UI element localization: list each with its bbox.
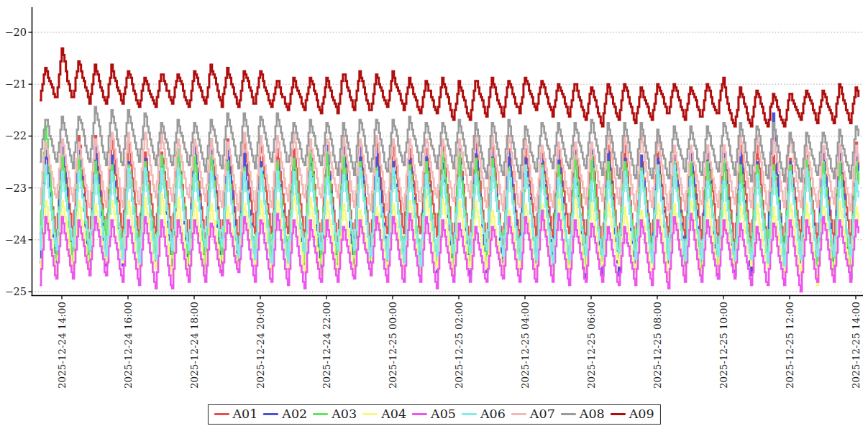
legend-swatch-A01 — [214, 413, 229, 416]
legend-item-A04: A04 — [357, 407, 406, 422]
legend-swatch-A02 — [263, 413, 278, 416]
legend-item-A03: A03 — [307, 407, 357, 422]
legend-item-A06: A06 — [456, 407, 506, 422]
legend-swatch-A09 — [611, 413, 626, 416]
y-tick-label: −24 — [4, 234, 27, 246]
legend-swatch-A06 — [462, 413, 477, 416]
x-axis: 2025-12-24 14:002025-12-24 16:002025-12-… — [56, 296, 862, 389]
legend-label: A08 — [580, 407, 605, 422]
legend-item-A07: A07 — [506, 407, 555, 422]
legend-item-A01: A01 — [214, 407, 257, 422]
x-tick-label: 2025-12-25 02:00 — [453, 302, 465, 389]
x-tick-label: 2025-12-25 00:00 — [387, 302, 398, 389]
legend-swatch-A07 — [511, 413, 526, 416]
series-group — [40, 49, 859, 292]
legend-item-A02: A02 — [257, 407, 307, 422]
y-tick-label: −25 — [4, 286, 27, 297]
x-tick-label: 2025-12-24 18:00 — [188, 302, 200, 389]
y-tick-label: −21 — [4, 78, 27, 90]
legend-item-A08: A08 — [555, 407, 605, 422]
legend-swatch-A08 — [561, 413, 576, 416]
legend-swatch-A03 — [313, 413, 328, 416]
legend-label: A02 — [282, 407, 307, 422]
chart-legend: A01A02A03A04A05A06A07A08A09 — [207, 404, 660, 425]
legend-label: A04 — [381, 407, 406, 422]
chart-root: −20−21−22−23−24−252025-12-24 14:002025-1… — [0, 0, 868, 431]
x-tick-label: 2025-12-25 08:00 — [652, 302, 663, 389]
y-tick-label: −22 — [4, 130, 27, 142]
legend-label: A01 — [232, 407, 257, 422]
y-tick-label: −23 — [4, 182, 27, 194]
series-line-A09 — [40, 49, 859, 126]
legend-item-A05: A05 — [406, 407, 456, 422]
y-axis: −20−21−22−23−24−25 — [4, 27, 32, 297]
x-tick-label: 2025-12-25 12:00 — [784, 302, 795, 389]
legend-swatch-A04 — [362, 413, 378, 416]
x-tick-label: 2025-12-24 16:00 — [122, 302, 134, 389]
x-tick-label: 2025-12-25 06:00 — [585, 302, 597, 389]
legend-label: A05 — [431, 407, 456, 422]
x-tick-label: 2025-12-25 10:00 — [718, 302, 729, 389]
x-tick-label: 2025-12-24 22:00 — [321, 302, 332, 389]
x-tick-label: 2025-12-25 04:00 — [519, 302, 531, 389]
y-tick-label: −20 — [4, 27, 27, 38]
legend-swatch-A05 — [412, 413, 427, 416]
line-chart-plot: −20−21−22−23−24−252025-12-24 14:002025-1… — [0, 0, 868, 431]
legend-item-A09: A09 — [605, 407, 654, 422]
legend-label: A03 — [332, 407, 357, 422]
x-tick-label: 2025-12-24 14:00 — [56, 302, 68, 389]
legend-label: A09 — [629, 407, 654, 422]
x-tick-label: 2025-12-25 14:00 — [850, 302, 862, 389]
legend-label: A06 — [480, 407, 506, 422]
x-tick-label: 2025-12-24 20:00 — [255, 302, 266, 389]
legend-label: A07 — [530, 407, 555, 422]
